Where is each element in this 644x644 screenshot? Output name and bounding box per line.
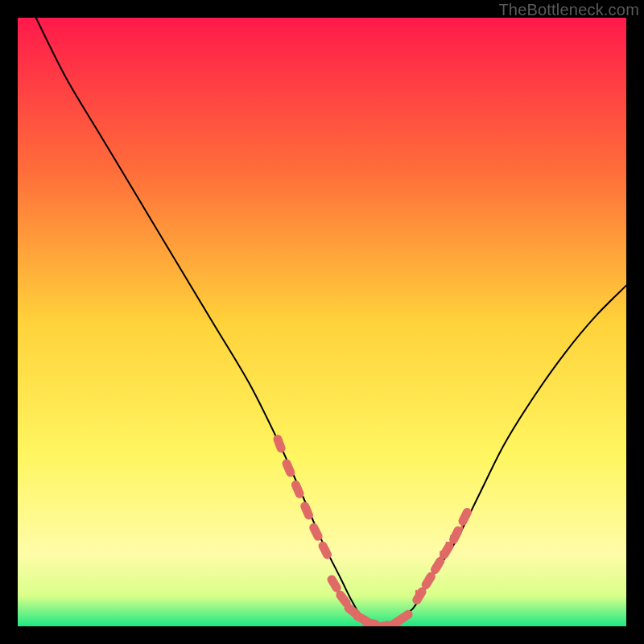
highlight-dot: [378, 625, 388, 626]
highlight-dot: [295, 485, 299, 493]
highlight-dot: [278, 440, 281, 448]
highlight-dot: [287, 464, 291, 473]
highlight-dot: [366, 622, 376, 625]
chart-frame: TheBottleneck.com: [0, 0, 644, 644]
plot-area: [18, 18, 626, 626]
highlight-dot: [305, 506, 309, 515]
highlight-dot: [332, 580, 336, 588]
highlight-dot: [436, 561, 440, 569]
highlight-dot: [323, 546, 327, 555]
highlight-dot: [417, 592, 422, 600]
highlight-dot: [400, 614, 408, 620]
highlight-dot: [341, 595, 346, 603]
highlight-dot: [463, 513, 467, 522]
highlight-dot: [426, 576, 431, 584]
watermark-text: TheBottleneck.com: [498, 1, 639, 19]
highlight-dot: [454, 530, 458, 539]
bottleneck-chart: [18, 18, 626, 626]
highlight-dot: [314, 527, 318, 536]
